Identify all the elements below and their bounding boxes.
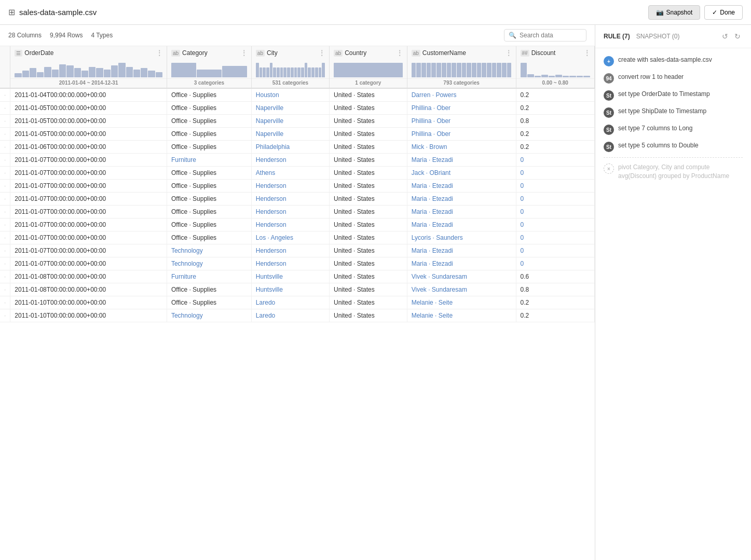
table-cell: 2011-01-07T00:00:00.000+00:00 <box>10 231 167 244</box>
top-header: ⊞ sales-data-sample.csv 📷 Snapshot ✓ Don… <box>0 0 751 25</box>
table-cell: 2011-01-08T00:00:00.000+00:00 <box>10 270 167 283</box>
stats-left: 28 Columns 9,994 Rows 4 Types <box>8 32 113 39</box>
table-cell: 0.2 <box>516 128 594 141</box>
table-cell: Office · Supplies <box>167 88 251 102</box>
table-cell: 2011-01-06T00:00:00.000+00:00 <box>10 141 167 154</box>
col-header-orderdate[interactable]: ☰OrderDate ⋮ 2011-01-04 ~ 2014-12-31 <box>10 46 167 88</box>
table-cell: 2011-01-10T00:00:00.000+00:00 <box>10 309 167 322</box>
col-header-country[interactable]: abCountry ⋮ 1 category <box>330 46 407 88</box>
rule-item[interactable]: Stset type 7 columns to Long <box>595 121 751 138</box>
row-dot: · <box>0 115 10 128</box>
snapshot-button[interactable]: 📷 Snapshot <box>648 5 701 20</box>
row-dot: · <box>0 167 10 180</box>
table-cell: Phillina · Ober <box>407 115 516 128</box>
table-cell: Naperville <box>251 128 329 141</box>
table-cell: United · States <box>330 88 407 102</box>
table-cell: Henderson <box>251 218 329 231</box>
col-menu-country[interactable]: ⋮ <box>397 49 403 57</box>
table-row: ·2011-01-06T00:00:00.000+00:00Office · S… <box>0 141 595 154</box>
table-cell: Darren · Powers <box>407 88 516 102</box>
table-cell: 2011-01-07T00:00:00.000+00:00 <box>10 193 167 206</box>
table-cell: United · States <box>330 180 407 193</box>
row-dot: · <box>0 141 10 154</box>
search-box[interactable]: 🔍 <box>504 29 586 42</box>
stats-right: 🔍 <box>504 29 586 42</box>
col-menu-discount[interactable]: ⋮ <box>584 49 590 57</box>
table-row: ·2011-01-07T00:00:00.000+00:00Office · S… <box>0 206 595 218</box>
table-cell: United · States <box>330 206 407 218</box>
rule-item[interactable]: Stset type 5 columns to Double <box>595 138 751 155</box>
table-container[interactable]: ☰OrderDate ⋮ 2011-01-04 ~ 2014-12-31 abC… <box>0 46 595 560</box>
table-row: ·2011-01-05T00:00:00.000+00:00Office · S… <box>0 128 595 141</box>
col-menu-customername[interactable]: ⋮ <box>506 49 512 57</box>
main-layout: 28 Columns 9,994 Rows 4 Types 🔍 <box>0 25 751 560</box>
right-panel-header: RULE (7) SNAPSHOT (0) ↺ ↻ <box>595 25 751 48</box>
table-cell: United · States <box>330 296 407 309</box>
row-indicator-header <box>0 46 10 88</box>
table-cell: Lycoris · Saunders <box>407 231 516 244</box>
table-row: ·2011-01-05T00:00:00.000+00:00Office · S… <box>0 102 595 115</box>
table-cell: Phillina · Ober <box>407 102 516 115</box>
table-cell: Naperville <box>251 102 329 115</box>
rule-icon: St <box>604 125 614 135</box>
rule-item[interactable]: Stset type OrderDate to Timestamp <box>595 87 751 104</box>
table-cell: Henderson <box>251 206 329 218</box>
rule-text: set type 5 columns to Double <box>618 141 699 150</box>
table-row: ·2011-01-07T00:00:00.000+00:00Office · S… <box>0 180 595 193</box>
rule-item[interactable]: ×pivot Category, City and compute avg(Di… <box>595 160 751 184</box>
table-cell: United · States <box>330 128 407 141</box>
col-header-customername[interactable]: abCustomerName ⋮ 793 categories <box>407 46 516 88</box>
table-cell: Office · Supplies <box>167 167 251 180</box>
rule-item[interactable]: Stset type ShipDate to Timestamp <box>595 104 751 121</box>
col-header-city[interactable]: abCity ⋮ 531 categories <box>251 46 329 88</box>
table-cell: Melanie · Seite <box>407 296 516 309</box>
col-menu-orderdate[interactable]: ⋮ <box>156 49 162 57</box>
done-button[interactable]: ✓ Done <box>704 5 743 20</box>
col-header-category[interactable]: abCategory ⋮ 3 categories <box>167 46 251 88</box>
col-header-discount[interactable]: ##Discount ⋮ 0.00 ~ 0.80 <box>516 46 594 88</box>
undo-redo-controls: ↺ ↻ <box>720 31 743 42</box>
snapshot-tab[interactable]: SNAPSHOT (0) <box>636 33 680 40</box>
col-menu-city[interactable]: ⋮ <box>319 49 325 57</box>
table-cell: 0.2 <box>516 141 594 154</box>
row-dot: · <box>0 270 10 283</box>
rule-list: +create with sales-data-sample.csv94conv… <box>595 48 751 560</box>
row-dot: · <box>0 218 10 231</box>
table-cell: 2011-01-07T00:00:00.000+00:00 <box>10 206 167 218</box>
table-cell: Furniture <box>167 154 251 167</box>
row-dot: · <box>0 231 10 244</box>
stats-bar: 28 Columns 9,994 Rows 4 Types 🔍 <box>0 25 595 46</box>
table-cell: United · States <box>330 244 407 257</box>
table-cell: Office · Supplies <box>167 218 251 231</box>
snapshot-icon: 📷 <box>656 9 664 16</box>
rule-item[interactable]: 94convert row 1 to header <box>595 70 751 87</box>
table-cell: 0 <box>516 257 594 270</box>
table-cell: 0.2 <box>516 88 594 102</box>
table-cell: Laredo <box>251 296 329 309</box>
col-menu-category[interactable]: ⋮ <box>241 49 247 57</box>
right-panel: RULE (7) SNAPSHOT (0) ↺ ↻ +create with s… <box>595 25 751 560</box>
table-cell: 2011-01-07T00:00:00.000+00:00 <box>10 218 167 231</box>
table-cell: 2011-01-07T00:00:00.000+00:00 <box>10 244 167 257</box>
rule-item[interactable]: +create with sales-data-sample.csv <box>595 52 751 70</box>
row-dot: · <box>0 102 10 115</box>
table-cell: 0 <box>516 180 594 193</box>
undo-button[interactable]: ↺ <box>720 31 730 42</box>
table-cell: Naperville <box>251 115 329 128</box>
table-cell: Maria · Etezadi <box>407 180 516 193</box>
columns-count: 28 Columns <box>8 32 42 39</box>
rule-tab[interactable]: RULE (7) <box>604 33 630 40</box>
row-dot: · <box>0 244 10 257</box>
table-row: ·2011-01-07T00:00:00.000+00:00Office · S… <box>0 193 595 206</box>
table-cell: Maria · Etezadi <box>407 244 516 257</box>
table-row: ·2011-01-10T00:00:00.000+00:00Office · S… <box>0 296 595 309</box>
search-input[interactable] <box>520 32 582 39</box>
header-right: 📷 Snapshot ✓ Done <box>648 5 743 20</box>
data-panel: 28 Columns 9,994 Rows 4 Types 🔍 <box>0 25 595 560</box>
table-cell: United · States <box>330 283 407 296</box>
redo-button[interactable]: ↻ <box>732 31 743 42</box>
row-dot: · <box>0 283 10 296</box>
table-cell: 2011-01-07T00:00:00.000+00:00 <box>10 257 167 270</box>
search-icon: 🔍 <box>509 32 516 39</box>
table-row: ·2011-01-10T00:00:00.000+00:00Technology… <box>0 309 595 322</box>
